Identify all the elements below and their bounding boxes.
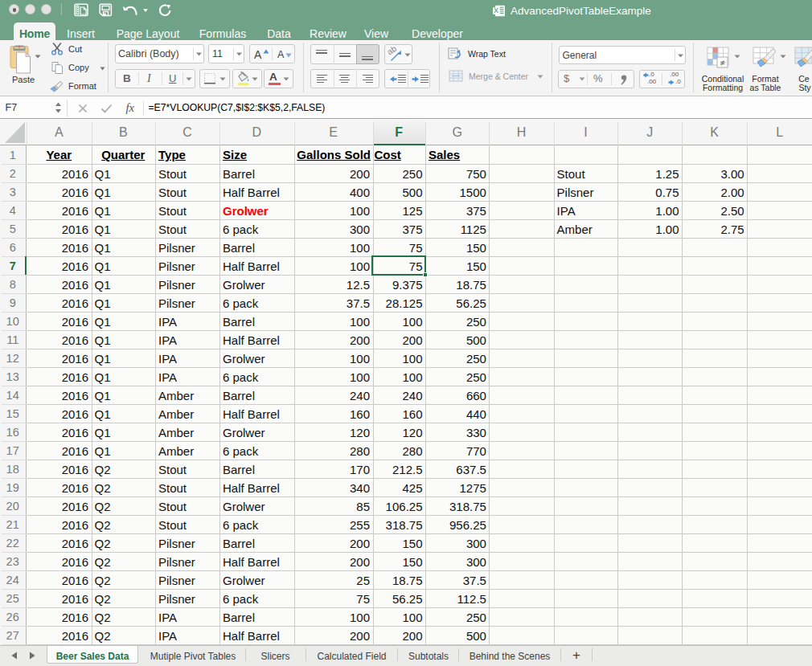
svg-text:X: X — [494, 6, 498, 14]
svg-text:≠: ≠ — [720, 58, 724, 67]
